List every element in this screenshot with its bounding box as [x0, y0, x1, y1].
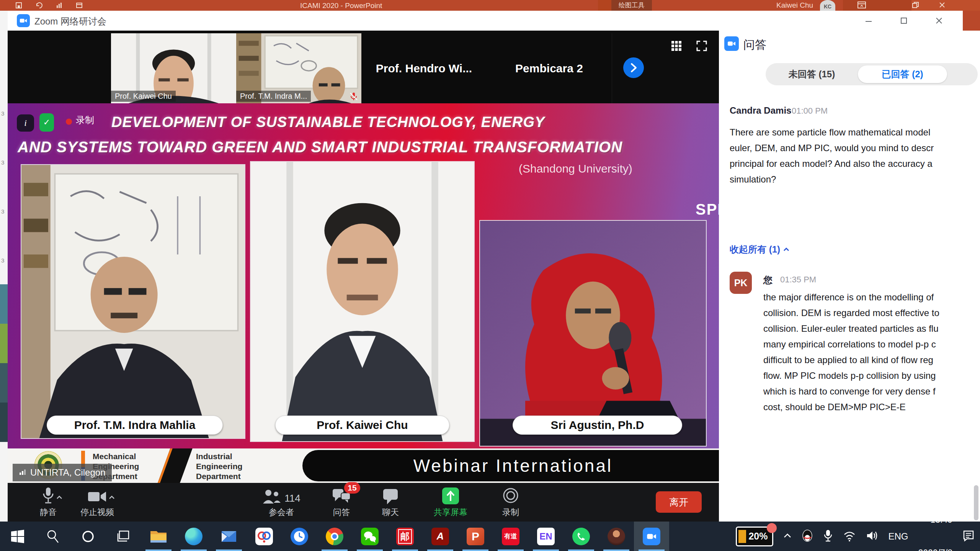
whatsapp-icon[interactable]	[564, 522, 599, 551]
ppt-user-name: Kaiwei Chu	[776, 1, 813, 10]
chat-button[interactable]: 聊天	[373, 483, 408, 522]
qq-tray-icon[interactable]	[802, 529, 813, 544]
powerpoint-icon[interactable]: P	[458, 522, 493, 551]
slide-title-line2: AND SYSTEMS TOWARD GREEN AND SMART INDUS…	[18, 139, 622, 156]
battery-fill	[738, 530, 746, 543]
gallery-view-icon[interactable]	[671, 40, 682, 52]
chrome-icon[interactable]	[317, 522, 352, 551]
shared-screen-stage: i ✓ 录制 DEVELOPMENT OF SUSTAINABLE TECHNO…	[8, 103, 719, 483]
record-button[interactable]: 录制	[493, 483, 528, 522]
speaker-tray-icon[interactable]	[866, 530, 878, 543]
powerpoint-titlebar: ICAMI 2020 - PowerPoint 绘图工具 Kaiwei Chu …	[0, 0, 980, 11]
ppt-user-avatar[interactable]: KC	[820, 0, 835, 11]
ppt-close-icon[interactable]	[939, 2, 950, 9]
save-icon[interactable]	[15, 2, 22, 10]
answer-author: 您	[763, 274, 773, 286]
network-tray-icon[interactable]	[843, 530, 856, 543]
video-feed-kaiwei	[250, 161, 475, 442]
dark-app-icon[interactable]	[599, 522, 634, 551]
question-text: There are some particle flow mathematica…	[730, 124, 934, 187]
mail-icon[interactable]	[211, 522, 247, 551]
ppt-slide-panel-sliver: 3 3 3 3	[0, 11, 8, 522]
zoom-titlebar: Zoom 网络研讨会	[8, 11, 963, 31]
video-feed-sri	[479, 220, 707, 447]
language-indicator[interactable]: ENG	[888, 531, 908, 542]
chart-icon[interactable]	[56, 2, 63, 10]
mic-tray-icon[interactable]	[823, 529, 833, 544]
video-tile-pembicara[interactable]: Pembicara 2	[487, 33, 612, 103]
minimize-button[interactable]	[862, 15, 875, 27]
recording-dot-icon	[66, 119, 72, 125]
ppt-restore-icon[interactable]	[912, 2, 923, 9]
battery-indicator[interactable]: 20%	[736, 527, 773, 546]
close-button[interactable]	[933, 15, 945, 27]
maximize-button[interactable]	[898, 15, 910, 27]
record-icon	[502, 487, 519, 504]
netease-mail-icon[interactable]: 邮	[387, 522, 423, 551]
speaker-nameplate: Prof. T.M. Indra Mahlia	[47, 416, 223, 435]
search-icon[interactable]	[35, 522, 70, 551]
participants-button[interactable]: 114 参会者	[253, 483, 310, 522]
answer-text: the major difference is on the modelling…	[763, 289, 939, 415]
ppt-quick-access-toolbar	[15, 2, 83, 10]
participants-count: 114	[284, 492, 300, 504]
mic-options-caret[interactable]	[56, 492, 62, 502]
qa-tabbar: 未回答 (15) 已回答 (2)	[766, 63, 978, 85]
clock-datetime[interactable]: 13:49 2020/7/8	[918, 492, 952, 551]
meeting-info-icon[interactable]: i	[17, 114, 34, 132]
wechat-icon[interactable]	[352, 522, 387, 551]
banner-slash	[157, 448, 193, 483]
webinar-banner: Mechanical Engineering Department Indust…	[8, 448, 719, 483]
connection-quality-label: UNTIRTA, Cilegon	[13, 464, 112, 481]
video-tile-hendro[interactable]: Prof. Hendro Wi...	[361, 33, 487, 103]
share-screen-button[interactable]: 共享屏幕	[422, 483, 479, 522]
tab-unanswered[interactable]: 未回答 (15)	[766, 63, 858, 85]
slide-affiliation: (Shandong University)	[519, 162, 632, 175]
task-view-icon[interactable]	[106, 522, 141, 551]
mic-icon	[42, 487, 55, 504]
file-explorer-icon[interactable]	[141, 522, 176, 551]
endnote-icon[interactable]: EN	[528, 522, 564, 551]
rings-app-icon[interactable]	[247, 522, 282, 551]
ppt-ribbon-options-icon[interactable]	[858, 2, 869, 9]
cortana-icon[interactable]	[70, 522, 106, 551]
collapse-all-link[interactable]: 收起所有 (1)	[730, 243, 789, 256]
undo-icon[interactable]	[35, 2, 43, 10]
fullscreen-icon[interactable]	[696, 40, 707, 52]
tray-chevron-icon[interactable]	[783, 533, 792, 540]
participants-icon	[262, 488, 281, 504]
leave-button[interactable]: 离开	[656, 491, 702, 513]
tab-answered[interactable]: 已回答 (2)	[858, 65, 947, 83]
video-options-caret[interactable]	[109, 492, 115, 502]
qa-button[interactable]: 15 问答	[324, 483, 359, 522]
battery-alert-dot	[767, 523, 777, 533]
video-thumbnail-strip: Prof. Kaiwei Chu Prof. T.M. Indra M... P…	[8, 31, 719, 103]
chat-bubble-icon	[382, 488, 399, 504]
stop-video-button[interactable]: 停止视频	[80, 483, 115, 522]
qa-panel: 问答 未回答 (15) 已回答 (2) Candra Damis 01:00 P…	[719, 31, 980, 522]
ppt-document-title: ICAMI 2020 - PowerPoint	[300, 2, 382, 10]
next-page-arrow-button[interactable]	[623, 57, 644, 78]
action-center-icon[interactable]	[962, 530, 975, 543]
zoom-app-icon	[17, 14, 30, 27]
acrobat-icon[interactable]: A	[423, 522, 458, 551]
video-thumbnail-indra[interactable]: Prof. T.M. Indra M...	[236, 33, 361, 103]
qa-panel-icon	[724, 36, 739, 51]
ppt-drawing-tools-tab[interactable]: 绘图工具	[611, 0, 652, 11]
industrial-dept-label: Industrial Engineering Department	[196, 452, 242, 481]
recording-status-label: 录制	[76, 114, 94, 126]
video-thumbnail-kaiwei[interactable]: Prof. Kaiwei Chu	[111, 33, 236, 103]
answer-time: 01:35 PM	[780, 275, 816, 285]
window-icon[interactable]	[76, 2, 83, 10]
start-button[interactable]	[0, 522, 35, 551]
video-feed-indra	[21, 164, 245, 439]
clock-app-icon[interactable]	[282, 522, 317, 551]
mute-button[interactable]: 静音	[31, 483, 66, 522]
speaker-nameplate: Sri Agustin, Ph.D	[513, 416, 682, 435]
youdao-icon[interactable]: 有道	[493, 522, 528, 551]
edge-browser-icon[interactable]	[176, 522, 211, 551]
encryption-shield-icon[interactable]: ✓	[39, 113, 54, 132]
zoom-taskbar-icon[interactable]	[634, 522, 669, 551]
slide-speakers-label: SPEAKI	[696, 201, 719, 218]
share-screen-icon	[442, 487, 459, 504]
